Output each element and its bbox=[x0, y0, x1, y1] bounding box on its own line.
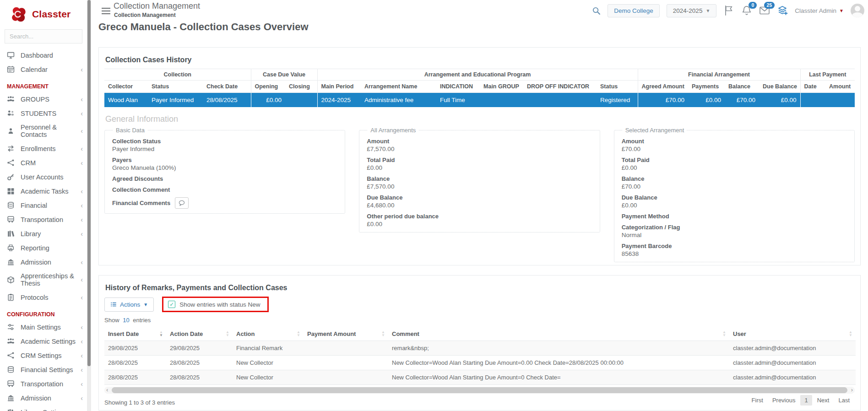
col-closing: Closing bbox=[285, 81, 317, 93]
flag-icon[interactable] bbox=[723, 5, 734, 16]
avatar[interactable] bbox=[851, 4, 864, 17]
sidebar-item-label: Financial bbox=[21, 202, 47, 209]
col-payment-amount[interactable]: Payment Amount ▲▼ bbox=[304, 327, 388, 341]
user-menu[interactable]: Classter Admin ▼ bbox=[795, 7, 844, 14]
printer-icon bbox=[7, 244, 15, 252]
pagination-first[interactable]: First bbox=[748, 395, 767, 406]
show-new-entries-label: Show entries with status New bbox=[179, 301, 260, 308]
sidebar-scrollbar[interactable] bbox=[87, 0, 91, 411]
basic-data-legend: Basic Data bbox=[113, 127, 147, 134]
basic-data-fieldset: Basic Data Collection Status Payer Infor… bbox=[104, 127, 345, 214]
cell-comment: remark&nbsp; bbox=[388, 341, 729, 356]
sidebar-item-label: Personnel & Contacts bbox=[21, 124, 82, 138]
sidebar-item-library[interactable]: Library ‹ bbox=[0, 227, 87, 241]
chevron-left-icon: ‹ bbox=[81, 202, 83, 209]
sidebar-item-label: Library bbox=[21, 230, 41, 238]
field-label: Payment Method bbox=[622, 213, 847, 220]
logo[interactable]: Classter bbox=[0, 0, 87, 24]
entries-per-page-select[interactable]: 10 bbox=[123, 317, 129, 324]
sidebar-item-financial-settings[interactable]: Financial Settings ‹ bbox=[0, 362, 87, 377]
show-new-entries-checkbox[interactable]: ✓ bbox=[168, 301, 175, 308]
cell-action: New Collector bbox=[233, 370, 304, 385]
sidebar-item-enrollments[interactable]: Enrollments ‹ bbox=[0, 141, 87, 156]
classter-logo-icon bbox=[10, 5, 27, 23]
col-action[interactable]: Action ▲▼ bbox=[233, 327, 304, 341]
sidebar-item-students[interactable]: STUDENTS ‹ bbox=[0, 106, 87, 120]
messages-envelope-icon[interactable]: 25 bbox=[759, 5, 770, 16]
collection-cases-table: Collection Case Due Value Arrangement an… bbox=[104, 69, 855, 107]
sidebar-item-dashboard[interactable]: Dashboard bbox=[0, 48, 87, 62]
history-row[interactable]: 28/08/2025 28/08/2025 New Collector New … bbox=[104, 370, 856, 385]
sidebar-item-academic-settings[interactable]: Academic Settings ‹ bbox=[0, 334, 87, 348]
sidebar-item-crm[interactable]: CRM ‹ bbox=[0, 156, 87, 170]
notifications-bell-icon[interactable]: 0 bbox=[741, 5, 752, 16]
sort-icon: ▲▼ bbox=[159, 330, 163, 337]
period-selector-button[interactable]: 2024-2025 ▼ bbox=[667, 4, 716, 17]
sidebar-item-apprenticeships-thesis[interactable]: Apprenticeships & Thesis ‹ bbox=[0, 269, 87, 290]
field-label: Total Paid bbox=[622, 157, 847, 163]
sidebar-item-user-accounts[interactable]: User Accounts bbox=[0, 170, 87, 184]
sidebar-item-transportation-settings[interactable]: Transportation ‹ bbox=[0, 377, 87, 391]
sidebar-item-label: Admission bbox=[21, 395, 51, 402]
column-group-row: Collection Case Due Value Arrangement an… bbox=[104, 69, 855, 81]
sidebar-item-academic-tasks[interactable]: Academic Tasks ‹ bbox=[0, 184, 87, 198]
add-layers-icon[interactable] bbox=[777, 5, 788, 16]
exchange-icon bbox=[7, 145, 15, 152]
books-icon bbox=[7, 230, 15, 238]
collection-cases-card: Collection Cases History Collection Case… bbox=[98, 47, 861, 265]
col-due-balance: Due Balance bbox=[759, 81, 800, 93]
pagination-page-1[interactable]: 1 bbox=[800, 395, 812, 406]
sidebar-item-groups[interactable]: GROUPS ‹ bbox=[0, 92, 87, 106]
field-value: £0.00 bbox=[622, 202, 847, 209]
col-user[interactable]: User ▲▼ bbox=[729, 327, 856, 341]
horizontal-scrollbar-thumb[interactable] bbox=[112, 387, 847, 393]
col-comment[interactable]: Comment ▲▼ bbox=[388, 327, 729, 341]
menu-toggle-button[interactable] bbox=[102, 8, 111, 16]
financial-comments-button[interactable] bbox=[175, 197, 189, 209]
collection-case-row[interactable]: Wood Alan Payer Informed 28/08/2025 £0.0… bbox=[104, 93, 855, 108]
sidebar-item-transportation[interactable]: Transportation ‹ bbox=[0, 212, 87, 227]
school-selector-button[interactable]: Demo College bbox=[608, 4, 660, 17]
collection-cases-title: Collection Cases History bbox=[105, 56, 855, 64]
cell-due-balance: £0.00 bbox=[759, 93, 800, 108]
pagination-next[interactable]: Next bbox=[813, 395, 834, 406]
sidebar-item-library-settings[interactable]: Library Settings ‹ bbox=[0, 405, 87, 411]
sidebar-item-admission[interactable]: Admission ‹ bbox=[0, 255, 87, 269]
scroll-left-icon[interactable]: ‹ bbox=[106, 386, 108, 393]
pagination-previous[interactable]: Previous bbox=[768, 395, 800, 406]
cell-agreed-amount: £70.00 bbox=[638, 93, 688, 108]
cell-comment: New Collector=Wood Alan Starting Due Amo… bbox=[388, 356, 729, 370]
bus-icon bbox=[7, 216, 15, 223]
cell-payment-amount bbox=[304, 356, 388, 370]
pagination-last[interactable]: Last bbox=[834, 395, 854, 406]
sidebar-item-financial[interactable]: Financial ‹ bbox=[0, 198, 87, 212]
col-date: Date bbox=[800, 81, 825, 93]
sidebar-search-input[interactable] bbox=[5, 29, 82, 43]
sidebar-item-protocols[interactable]: Protocols ‹ bbox=[0, 290, 87, 304]
sidebar-scrollbar-thumb[interactable] bbox=[87, 0, 91, 366]
actions-button[interactable]: Actions ▼ bbox=[104, 297, 154, 312]
grid-icon bbox=[7, 187, 15, 195]
field-label: Total Paid bbox=[367, 157, 592, 163]
history-row[interactable]: 28/08/2025 28/08/2025 New Collector New … bbox=[104, 356, 856, 370]
sidebar-item-main-settings[interactable]: Main Settings ‹ bbox=[0, 320, 87, 334]
field-label: Due Balance bbox=[367, 194, 592, 201]
col-opening: Opening bbox=[251, 81, 285, 93]
sidebar-item-calendar[interactable]: Calendar ‹ bbox=[0, 62, 87, 76]
cell-action-date: 28/08/2025 bbox=[166, 356, 233, 370]
search-icon[interactable] bbox=[592, 6, 601, 15]
col-insert-date[interactable]: Insert Date ▲▼ bbox=[104, 327, 166, 341]
horizontal-scrollbar[interactable]: ‹ › bbox=[104, 387, 855, 394]
cell-user: classter.admin@documentation bbox=[729, 341, 856, 356]
field-label: Other period due balance bbox=[367, 213, 592, 220]
chevron-left-icon: ‹ bbox=[81, 276, 83, 283]
sidebar-item-label: Enrollments bbox=[21, 145, 56, 152]
sidebar-item-admission-settings[interactable]: Admission ‹ bbox=[0, 391, 87, 405]
col-agreed-amount: Agreed Amount bbox=[638, 81, 688, 93]
sidebar-item-personnel-contacts[interactable]: Personnel & Contacts ‹ bbox=[0, 120, 87, 141]
history-row[interactable]: 29/08/2025 29/08/2025 Financial Remark r… bbox=[104, 341, 856, 356]
col-action-date[interactable]: Action Date ▲▼ bbox=[166, 327, 233, 341]
scroll-right-icon[interactable]: › bbox=[851, 386, 853, 393]
sidebar-item-reporting[interactable]: Reporting bbox=[0, 241, 87, 255]
sidebar-item-crm-settings[interactable]: CRM Settings ‹ bbox=[0, 348, 87, 362]
